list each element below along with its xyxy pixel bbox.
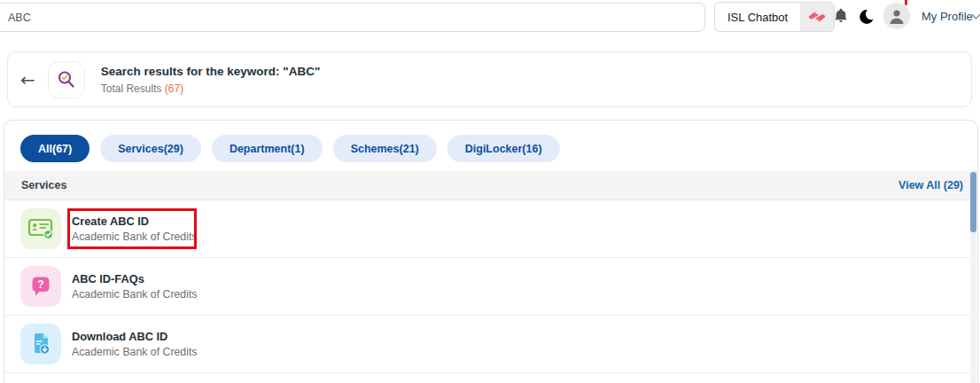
- service-subtitle: Academic Bank of Credits: [72, 346, 197, 358]
- abc-id-card-icon: [20, 208, 61, 249]
- svg-text:?: ?: [37, 278, 43, 291]
- list-item-download-abc-id[interactable]: Download ABC ID Academic Bank of Credits: [4, 316, 977, 373]
- tab-digilocker[interactable]: DigiLocker(16): [447, 135, 560, 162]
- scrollbar-track[interactable]: [970, 170, 976, 383]
- tab-schemes[interactable]: Schemes(21): [333, 135, 437, 162]
- avatar[interactable]: [883, 3, 910, 29]
- total-results-count: (67): [165, 82, 183, 95]
- sign-language-hands-icon: [800, 3, 834, 31]
- services-section-header: Services View All (29): [4, 171, 977, 200]
- service-subtitle: Academic Bank of Credits: [72, 231, 197, 243]
- list-item-create-abc-id[interactable]: Create ABC ID Academic Bank of Credits: [4, 200, 977, 258]
- tab-all[interactable]: All(67): [20, 135, 89, 162]
- services-list: Create ABC ID Academic Bank of Credits ?…: [4, 200, 977, 373]
- isl-chatbot-label: ISL Chatbot: [715, 3, 800, 31]
- my-profile-link[interactable]: My Profile: [922, 10, 973, 23]
- page-title: Search results for the keyword: "ABC": [101, 65, 321, 78]
- isl-chatbot-button[interactable]: ISL Chatbot: [714, 2, 835, 32]
- search-results-icon: [48, 61, 85, 98]
- download-document-icon: [20, 324, 61, 364]
- service-title: ABC ID-FAQs: [72, 272, 197, 285]
- view-all-link[interactable]: View All (29): [898, 179, 963, 192]
- notification-dot: [905, 0, 907, 5]
- filter-tabs: All(67) Services(29) Department(1) Schem…: [20, 135, 560, 162]
- service-title: Create ABC ID: [72, 215, 197, 228]
- service-subtitle: Academic Bank of Credits: [72, 288, 197, 301]
- dark-mode-moon-icon[interactable]: [859, 8, 876, 26]
- search-results-header-card: ← Search results for the keyword: "ABC" …: [7, 51, 972, 107]
- service-title: Download ABC ID: [72, 330, 197, 343]
- services-section-title: Services: [21, 179, 66, 192]
- list-item-abc-id-faqs[interactable]: ? ABC ID-FAQs Academic Bank of Credits: [4, 258, 977, 316]
- total-results: Total Results (67): [101, 82, 321, 95]
- faq-question-bubble-icon: ?: [20, 266, 61, 307]
- total-results-label: Total Results: [101, 82, 165, 95]
- tab-department[interactable]: Department(1): [212, 135, 323, 162]
- results-card: All(67) Services(29) Department(1) Schem…: [4, 120, 978, 383]
- chevron-down-icon[interactable]: [972, 11, 980, 20]
- notifications-bell-icon[interactable]: [832, 7, 850, 25]
- scrollbar-thumb[interactable]: [970, 172, 976, 232]
- search-input[interactable]: [0, 3, 705, 32]
- tab-services[interactable]: Services(29): [100, 135, 201, 162]
- back-button[interactable]: ←: [20, 71, 35, 89]
